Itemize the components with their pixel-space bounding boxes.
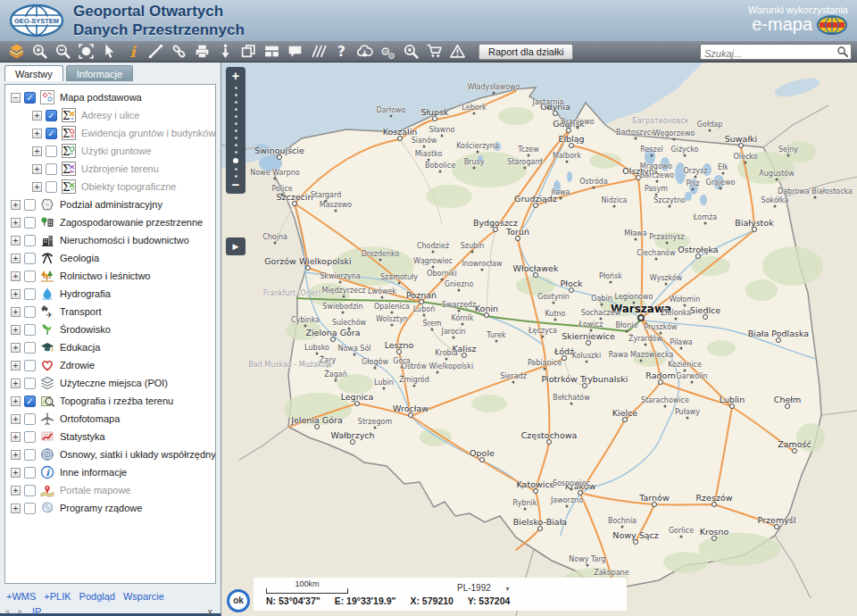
cart-icon[interactable] bbox=[426, 43, 444, 60]
expand-toggle[interactable]: + bbox=[11, 379, 21, 388]
layer-label[interactable]: Użytki gruntowe bbox=[81, 146, 151, 156]
layer-checkbox[interactable] bbox=[24, 431, 36, 443]
footer-link[interactable]: +WMS bbox=[6, 591, 36, 602]
expand-toggle[interactable]: + bbox=[11, 396, 21, 406]
layer-label[interactable]: Adresy i ulice bbox=[81, 110, 139, 121]
zoom-level-dot[interactable] bbox=[233, 158, 238, 163]
layer-checkbox[interactable] bbox=[24, 413, 36, 425]
layer-label[interactable]: Inne informacje bbox=[60, 467, 127, 478]
search-icon[interactable] bbox=[836, 46, 849, 58]
close-panel-button[interactable]: x bbox=[208, 606, 213, 616]
expand-toggle[interactable]: + bbox=[11, 218, 21, 228]
layer-checkbox[interactable] bbox=[24, 503, 36, 514]
expand-toggle[interactable]: + bbox=[11, 432, 21, 442]
layer-checkbox[interactable] bbox=[24, 199, 36, 211]
expand-toggle[interactable]: + bbox=[11, 504, 21, 513]
layer-checkbox[interactable] bbox=[24, 288, 36, 300]
alert-icon[interactable] bbox=[449, 43, 467, 60]
pointer-icon[interactable] bbox=[101, 43, 119, 60]
layer-checkbox[interactable] bbox=[24, 485, 36, 496]
settings-icon[interactable]: ⚙⚙ bbox=[379, 43, 397, 60]
search-input[interactable] bbox=[701, 46, 836, 61]
layer-label[interactable]: Statystyka bbox=[60, 431, 105, 442]
sidebar-toggle-arrow[interactable]: ▶ bbox=[226, 237, 245, 255]
layer-checkbox[interactable] bbox=[46, 146, 57, 157]
expand-toggle[interactable]: + bbox=[11, 236, 21, 246]
layers-icon[interactable] bbox=[8, 43, 26, 60]
zoom-level-dot[interactable] bbox=[235, 168, 237, 171]
layer-checkbox[interactable]: ✓ bbox=[24, 395, 36, 407]
panel-nav-arrows[interactable]: « » bbox=[5, 607, 25, 616]
layer-checkbox[interactable] bbox=[24, 467, 36, 479]
tab-warstwy[interactable]: Warstwy bbox=[4, 65, 63, 81]
ip-link[interactable]: IP bbox=[32, 606, 41, 616]
layer-label[interactable]: Edukacja bbox=[60, 342, 100, 353]
expand-toggle[interactable]: + bbox=[11, 325, 21, 335]
layer-checkbox[interactable] bbox=[24, 342, 36, 354]
select-area-icon[interactable] bbox=[78, 43, 96, 60]
layer-label[interactable]: Rolnictwo i leśnictwo bbox=[60, 271, 150, 281]
link-icon[interactable] bbox=[171, 43, 188, 60]
collapse-toggle[interactable]: − bbox=[11, 93, 21, 103]
hatch-icon[interactable] bbox=[310, 43, 328, 60]
zoom-level-dot[interactable] bbox=[235, 101, 237, 104]
layer-checkbox[interactable] bbox=[24, 253, 36, 264]
zoom-level-dot[interactable] bbox=[235, 122, 237, 125]
info-icon[interactable]: i bbox=[124, 43, 142, 60]
layer-checkbox[interactable] bbox=[24, 378, 36, 389]
zoom-level-dot[interactable] bbox=[235, 129, 237, 132]
ok-button[interactable]: ok bbox=[227, 589, 250, 612]
layer-label[interactable]: Geologia bbox=[60, 253, 99, 263]
footer-link[interactable]: Podgląd bbox=[79, 591, 115, 602]
layer-label[interactable]: Osnowy, siatki i układy współrzędnych bbox=[60, 449, 216, 460]
measure-icon[interactable] bbox=[147, 43, 165, 60]
expand-toggle[interactable]: + bbox=[11, 450, 21, 460]
crs-dropdown[interactable]: PL-1992 ▾ bbox=[457, 583, 510, 593]
expand-toggle[interactable]: + bbox=[32, 146, 42, 156]
zoom-level-dot[interactable] bbox=[235, 144, 237, 146]
print-icon[interactable] bbox=[194, 43, 212, 60]
expand-toggle[interactable]: + bbox=[11, 343, 21, 353]
layer-label[interactable]: Ewidencja gruntów i budynków bbox=[81, 128, 215, 138]
comment-icon[interactable] bbox=[287, 43, 304, 60]
layer-checkbox[interactable] bbox=[24, 271, 36, 282]
layer-label[interactable]: Środowisko bbox=[60, 324, 111, 335]
zoom-level-dot[interactable] bbox=[235, 115, 237, 118]
layer-label[interactable]: Transport bbox=[60, 306, 102, 317]
layer-label[interactable]: Ortofotomapa bbox=[60, 413, 120, 424]
zoom-level-dot[interactable] bbox=[235, 87, 237, 89]
layer-label[interactable]: Topografia i rzeźba terenu bbox=[60, 395, 173, 406]
tab-informacje[interactable]: Informacje bbox=[66, 65, 133, 81]
zoom-out-icon[interactable] bbox=[54, 43, 72, 60]
layer-label[interactable]: Zagospodarowanie przestrzenne bbox=[60, 217, 203, 228]
expand-toggle[interactable]: + bbox=[11, 307, 21, 317]
expand-toggle[interactable]: + bbox=[11, 414, 21, 424]
zoom-level-dot[interactable] bbox=[235, 151, 237, 154]
expand-toggle[interactable]: + bbox=[11, 361, 21, 370]
layer-label[interactable]: Nieruchomości i budownictwo bbox=[60, 235, 189, 246]
report-parcel-button[interactable]: Raport dla działki bbox=[478, 44, 573, 60]
help-icon[interactable]: ? bbox=[333, 43, 351, 60]
zoom-level-dot[interactable] bbox=[235, 108, 237, 111]
footer-link[interactable]: Wsparcie bbox=[123, 591, 164, 602]
layer-label[interactable]: Mapa podstawowa bbox=[60, 92, 142, 103]
expand-toggle[interactable]: + bbox=[32, 164, 42, 174]
layer-checkbox[interactable] bbox=[46, 181, 57, 193]
search-poi-icon[interactable] bbox=[403, 43, 420, 60]
expand-toggle[interactable]: + bbox=[11, 486, 21, 495]
layer-checkbox[interactable] bbox=[24, 449, 36, 461]
layer-checkbox[interactable]: ✓ bbox=[46, 110, 57, 121]
layer-label[interactable]: Zdrowie bbox=[60, 360, 95, 370]
layer-label[interactable]: Podział administracyjny bbox=[60, 199, 162, 210]
map-canvas[interactable]: WarszawaGdańskGdyniaSłupskKoszalinŚwinou… bbox=[221, 62, 857, 616]
expand-toggle[interactable]: + bbox=[11, 289, 21, 299]
expand-toggle[interactable]: + bbox=[11, 468, 21, 478]
layer-checkbox[interactable]: ✓ bbox=[24, 92, 36, 104]
expand-toggle[interactable]: + bbox=[32, 111, 42, 121]
expand-toggle[interactable]: + bbox=[11, 271, 21, 281]
zoom-in-icon[interactable] bbox=[31, 43, 49, 60]
footer-link[interactable]: +PLIK bbox=[44, 591, 71, 602]
layer-label[interactable]: Obiekty topograficzne bbox=[81, 181, 176, 192]
zoom-level-dot[interactable] bbox=[235, 94, 237, 96]
expand-toggle[interactable]: + bbox=[11, 200, 21, 210]
